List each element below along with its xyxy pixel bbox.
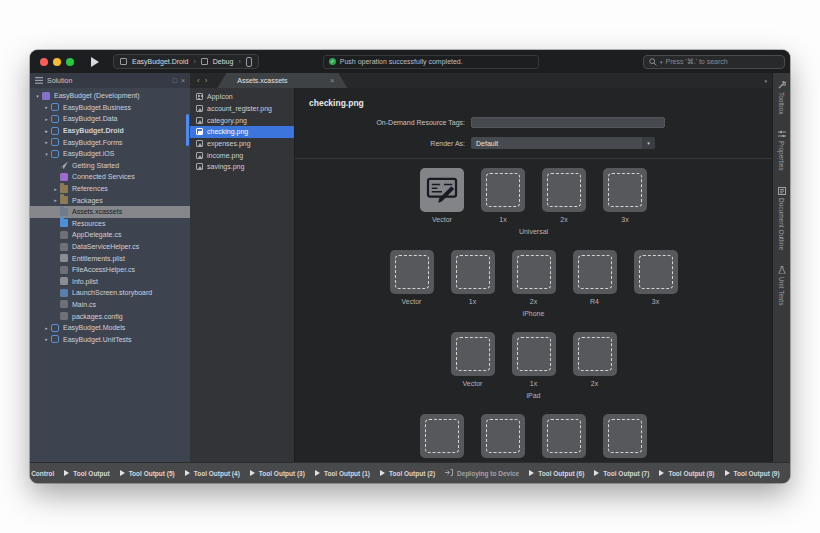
image-well-iphone-3x[interactable] (634, 250, 678, 294)
rail-tab-toolbox[interactable]: Toolbox (778, 81, 786, 114)
image-well-iphone-r4[interactable] (573, 250, 617, 294)
pad-tab-tool-output-9[interactable]: Tool Output (9) (725, 470, 780, 477)
image-well-universal-2x[interactable] (542, 168, 586, 212)
image-well-universal-3x[interactable] (603, 168, 647, 212)
expander-right-icon[interactable]: ▸ (42, 104, 51, 110)
expander-right-icon[interactable]: ▸ (51, 197, 60, 203)
navigate-back-icon[interactable]: ‹ (197, 73, 200, 88)
run-button[interactable] (91, 57, 99, 67)
asset-item-appicon[interactable]: AppIcon (190, 91, 294, 103)
image-well-universal-vector[interactable] (420, 168, 464, 212)
asset-item-category-png[interactable]: category.png (190, 114, 294, 126)
tree-item-resources[interactable]: Resources (30, 218, 190, 230)
pad-tab-sion-control[interactable]: sion Control (30, 470, 54, 477)
tree-item-assets-xcassets[interactable]: Assets.xcassets (30, 206, 190, 218)
tree-item-easybudget-ios[interactable]: ▾EasyBudget.iOS (30, 148, 190, 160)
rail-tab-document-outline[interactable]: Document Outline (778, 187, 786, 250)
device-icon[interactable] (246, 57, 252, 67)
wells-row: Vector1x2x3x (420, 168, 647, 223)
image-well-ipad-1x[interactable] (512, 332, 556, 376)
rail-tab-label: Toolbox (778, 92, 785, 114)
expander-right-icon[interactable]: ▸ (42, 128, 51, 134)
global-search-field[interactable]: ▾ Press '⌘.' to search (643, 55, 785, 69)
tab-assets-xcassets[interactable]: Assets.xcassets × (217, 73, 347, 88)
asset-item-income-png[interactable]: income.png (190, 149, 294, 161)
tab-overflow-chevron-icon[interactable]: ▾ (764, 78, 767, 84)
tree-item-entitlements-plist[interactable]: Entitlements.plist (30, 252, 190, 264)
rail-tab-properties[interactable]: Properties (778, 130, 786, 171)
pad-tab-tool-output-5[interactable]: Tool Output (5) (120, 470, 175, 477)
asset-item-savings-png[interactable]: savings.png (190, 161, 294, 173)
tree-item-fileaccesshelper-cs[interactable]: FileAccessHelper.cs (30, 264, 190, 276)
well-group-label: iPad (526, 392, 540, 399)
tree-item-packages[interactable]: ▸Packages (30, 194, 190, 206)
solution-scrollbar-thumb[interactable] (186, 114, 189, 146)
startup-project-label[interactable]: EasyBudget.Droid (132, 58, 188, 65)
pad-tab-tool-output-3[interactable]: Tool Output (3) (250, 470, 305, 477)
tree-item-easybudget-unittests[interactable]: ▸EasyBudget.UnitTests (30, 333, 190, 345)
tree-item-easybudget-models[interactable]: ▸EasyBudget.Models (30, 322, 190, 334)
image-well-cutoff-slot[interactable] (481, 414, 525, 458)
render-as-dropdown[interactable]: Default ▾ (471, 137, 655, 149)
expander-right-icon[interactable]: ▸ (51, 186, 60, 192)
image-well-cutoff-slot[interactable] (603, 414, 647, 458)
tree-item-packages-config[interactable]: packages.config (30, 310, 190, 322)
close-tab-icon[interactable]: × (330, 77, 334, 84)
expander-right-icon[interactable]: ▸ (42, 336, 51, 342)
tree-item-references[interactable]: ▸References (30, 183, 190, 195)
expander-right-icon[interactable]: ▸ (42, 325, 51, 331)
pad-tab-tool-output-1[interactable]: Tool Output (1) (315, 470, 370, 477)
tree-item-easybudget-data[interactable]: ▸EasyBudget.Data (30, 113, 190, 125)
image-well-iphone-vector[interactable] (390, 250, 434, 294)
pad-tab-tool-output-7[interactable]: Tool Output (7) (594, 470, 649, 477)
tree-item-easybudget-droid[interactable]: ▸EasyBudget.Droid (30, 125, 190, 137)
tree-item-main-cs[interactable]: Main.cs (30, 299, 190, 311)
pad-tab-tool-output-6[interactable]: Tool Output (6) (529, 470, 584, 477)
search-scope-chevron-icon[interactable]: ▾ (660, 59, 663, 65)
image-well-ipad-2x[interactable] (573, 332, 617, 376)
pad-tab-tool-output-8[interactable]: Tool Output (8) (659, 470, 714, 477)
image-well-cutoff-slot[interactable] (420, 414, 464, 458)
expander-down-icon[interactable]: ▾ (42, 151, 51, 157)
image-well-iphone-1x[interactable] (451, 250, 495, 294)
tree-item-getting-started[interactable]: Getting Started (30, 160, 190, 172)
pad-tab-tool-output-2[interactable]: Tool Output (2) (380, 470, 435, 477)
solution-icon (42, 92, 50, 100)
well-scale-label: 1x (499, 216, 506, 223)
tree-item-easybudget-development[interactable]: ▾EasyBudget (Development) (30, 90, 190, 102)
tree-item-easybudget-business[interactable]: ▸EasyBudget.Business (30, 102, 190, 114)
asset-item-expenses-png[interactable]: expenses.png (190, 138, 294, 150)
close-traffic-light[interactable] (40, 58, 48, 66)
close-pad-icon[interactable]: × (181, 77, 185, 84)
rail-tab-unit-tests[interactable]: Unit Tests (778, 266, 786, 305)
odr-tags-input[interactable] (471, 117, 665, 128)
image-well-iphone-2x[interactable] (512, 250, 556, 294)
tree-item-info-plist[interactable]: Info.plist (30, 276, 190, 288)
references-folder-icon (60, 185, 68, 193)
tree-item-appdelegate-cs[interactable]: AppDelegate.cs (30, 229, 190, 241)
image-well-cutoff-slot[interactable] (542, 414, 586, 458)
tree-item-connected-services[interactable]: Connected Services (30, 171, 190, 183)
tree-item-launchscreen-storyboard[interactable]: LaunchScreen.storyboard (30, 287, 190, 299)
configuration-label[interactable]: Debug (213, 58, 234, 65)
pad-tab-tool-output-4[interactable]: Tool Output (4) (185, 470, 240, 477)
pad-tab-deploying-to-device[interactable]: Deploying to Device (445, 469, 519, 477)
zoom-traffic-light[interactable] (66, 58, 74, 66)
build-configuration-selector[interactable]: EasyBudget.Droid › Debug › (113, 54, 259, 69)
pad-tab-tool-output[interactable]: Tool Output (64, 470, 109, 477)
expander-down-icon[interactable]: ▾ (33, 93, 42, 99)
asset-item-checking-png[interactable]: checking.png (190, 126, 294, 138)
tree-item-label: EasyBudget.Data (63, 115, 117, 122)
navigate-forward-icon[interactable]: › (205, 73, 208, 88)
bottom-pad-bar: sion ControlTool OutputTool Output (5)To… (30, 462, 790, 483)
minimize-traffic-light[interactable] (53, 58, 61, 66)
chevron-right-icon: › (193, 58, 195, 65)
asset-item-account-register-png[interactable]: account_register.png (190, 103, 294, 115)
tree-item-dataservicehelper-cs[interactable]: DataServiceHelper.cs (30, 241, 190, 253)
tree-item-easybudget-forms[interactable]: ▸EasyBudget.Forms (30, 136, 190, 148)
dock-pad-icon[interactable]: □ (173, 77, 177, 84)
expander-right-icon[interactable]: ▸ (42, 116, 51, 122)
expander-right-icon[interactable]: ▸ (42, 139, 51, 145)
image-well-ipad-vector[interactable] (451, 332, 495, 376)
image-well-universal-1x[interactable] (481, 168, 525, 212)
